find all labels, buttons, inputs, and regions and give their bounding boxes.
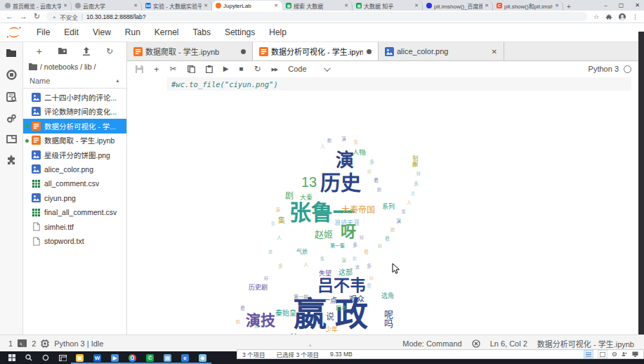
taskbar-app-chrome[interactable] (124, 353, 141, 364)
menu-edit[interactable]: Edit (57, 27, 86, 37)
minimize-icon[interactable]: – (604, 2, 607, 8)
bookmark-star-icon[interactable]: ☆ (593, 13, 599, 20)
copy-cells-icon[interactable] (188, 65, 195, 73)
file-row[interactable]: stopword.txt (23, 234, 126, 249)
menu-help[interactable]: Help (262, 27, 294, 37)
add-cell-icon[interactable]: + (154, 65, 159, 74)
details-view-icon[interactable] (584, 350, 593, 358)
cell-type-dropdown[interactable]: Code (288, 65, 328, 73)
menu-file[interactable]: File (29, 27, 57, 37)
mode-indicator[interactable]: Mode: Command (402, 339, 461, 348)
breadcrumb-path[interactable]: / notebooks / lib / (40, 63, 96, 71)
code-cell-source[interactable]: #wc.to_file("ciyun.png") (167, 80, 278, 89)
file-row[interactable]: alice_color.png (23, 162, 126, 177)
document-tab[interactable]: 数据爬取 - 学生.ipynb (127, 42, 253, 60)
security-label[interactable]: 不安全 (60, 13, 78, 21)
url-text[interactable]: 10.30.188.2:8888/lab? (86, 13, 146, 20)
kernel-status-icon[interactable] (624, 65, 631, 73)
file-list-header[interactable]: Name ▲ (23, 73, 126, 89)
extensions-puzzle-icon[interactable] (605, 13, 612, 20)
stop-kernel-icon[interactable]: ■ (239, 65, 243, 72)
file-browser-icon[interactable] (6, 48, 17, 58)
run-cell-icon[interactable]: ▶ (223, 65, 229, 72)
menu-kernel[interactable]: Kernel (147, 27, 186, 37)
browser-tab[interactable]: plt.imshow()_百度搜索✕ (423, 1, 493, 11)
taskbar-app-file-explorer[interactable]: ▣ (71, 353, 88, 364)
restart-run-all-icon[interactable]: ▶▶ (271, 67, 277, 72)
browser-tab[interactable]: ▦搜索 大数据✕ (282, 1, 353, 11)
file-row[interactable]: ciyun.png (23, 191, 126, 206)
property-inspector-icon[interactable] (6, 114, 17, 123)
tab-close-icon[interactable]: ✕ (133, 3, 138, 8)
browser-tab[interactable]: bd实验 - 大数据实验平台✕ (142, 1, 212, 11)
back-icon[interactable]: ← (6, 13, 13, 20)
file-row[interactable]: 数据分析可视化 - 学... (23, 119, 126, 134)
taskbar-app-ie-browser[interactable]: e (176, 353, 194, 364)
cut-cells-icon[interactable]: ✂ (170, 65, 177, 73)
kernel-sessions-icon[interactable] (41, 339, 49, 348)
browser-menu-icon[interactable]: ⋮ (632, 13, 638, 20)
file-row[interactable]: 数据爬取 - 学生.ipynb (23, 134, 126, 148)
omnibox[interactable]: ▲ 不安全 | 10.30.188.2:8888/lab? (46, 12, 587, 21)
file-row[interactable]: final_all_comment.csv (23, 205, 126, 220)
scroll-hat-icon[interactable]: ^ (309, 344, 311, 349)
document-tab[interactable]: 数据分析可视化 - 学生.ipynb (253, 42, 379, 60)
code-cell[interactable]: #wc.to_file("ciyun.png") (167, 77, 631, 91)
notification-bell-icon[interactable] (472, 339, 480, 348)
tray-people-icon[interactable] (622, 351, 628, 357)
browser-tab[interactable]: JupyterLab✕ (212, 1, 282, 11)
browser-tab[interactable]: ▦大数据 知乎✕ (353, 1, 423, 11)
browser-tab[interactable]: 云南大学✕ (72, 1, 142, 11)
menu-tabs[interactable]: Tabs (186, 27, 218, 37)
forward-icon[interactable]: → (20, 13, 27, 20)
save-icon[interactable] (136, 65, 143, 73)
maximize-icon[interactable]: ▢ (619, 2, 624, 8)
taskbar-app-viewer-app[interactable]: ◆ (194, 353, 211, 364)
upload-icon[interactable] (82, 47, 91, 56)
running-kernels-icon[interactable] (6, 70, 17, 80)
terminal-icon[interactable]: s_ (18, 339, 27, 347)
notebook-content[interactable]: #wc.to_file("ciyun.png") 演人物历史13大秦剧张鲁一大秦… (127, 77, 644, 334)
name-column-header[interactable]: Name (29, 77, 50, 85)
new-tab-button[interactable]: + (563, 3, 574, 11)
tray-gear-icon[interactable] (612, 351, 617, 357)
kernel-name[interactable]: Python 3 (589, 65, 619, 73)
tab-close-icon[interactable]: ✕ (555, 3, 559, 8)
command-palette-icon[interactable] (6, 92, 17, 102)
file-row[interactable]: all_comment.csv (23, 176, 126, 191)
breadcrumb[interactable]: / notebooks / lib / (23, 60, 126, 73)
tab-close-icon[interactable]: ✕ (63, 3, 67, 8)
close-icon[interactable]: ✕ (635, 2, 640, 8)
reload-icon[interactable]: ↻ (34, 13, 40, 20)
restart-kernel-icon[interactable]: ↻ (254, 65, 261, 73)
file-row[interactable]: 星级评分的饼图.png (23, 148, 126, 162)
taskbar-app-media-app[interactable]: ▶ (106, 353, 124, 364)
cell-type-value[interactable]: Code (288, 65, 306, 73)
new-folder-icon[interactable] (58, 47, 67, 55)
tray-monitor-icon[interactable] (632, 351, 638, 357)
browser-tab[interactable]: 首页概览 - 云南大学开放平…✕ (1, 1, 72, 11)
tab-close-icon[interactable]: ✕ (485, 3, 489, 8)
kernel-state-label[interactable]: Python 3 | Idle (54, 339, 103, 348)
task-view-icon[interactable] (54, 351, 71, 364)
sort-caret-icon[interactable]: ▲ (115, 78, 120, 83)
file-row[interactable]: 评论数随时间的变化... (23, 105, 126, 119)
tab-close-icon[interactable]: ✕ (204, 3, 208, 8)
taskbar-search-icon[interactable] (20, 351, 37, 364)
document-tab[interactable]: alice_color.png✕ (379, 42, 504, 60)
paste-cells-icon[interactable] (206, 65, 213, 73)
tab-close-icon[interactable]: ✕ (344, 3, 348, 8)
file-row[interactable]: 二十四小时内的评论... (23, 90, 126, 105)
cortana-icon[interactable] (37, 351, 54, 364)
thumbnail-view-icon[interactable] (598, 350, 607, 358)
taskbar-app-photos-app[interactable]: ▦ (159, 353, 176, 364)
profile-avatar[interactable] (619, 13, 626, 20)
home-folder-icon[interactable] (29, 63, 37, 70)
taskbar-app-green-app[interactable]: ✆ (141, 353, 159, 364)
taskbar-app-w-app[interactable]: W (88, 353, 106, 364)
file-row[interactable]: simhei.ttf (23, 220, 126, 235)
extension-manager-icon[interactable] (6, 155, 16, 165)
tab-close-icon[interactable]: ✕ (274, 3, 278, 8)
browser-tab[interactable]: Cplt.show()和plt.imshow()…✕ (493, 1, 563, 11)
cursor-position[interactable]: Ln 6, Col 2 (490, 339, 527, 348)
